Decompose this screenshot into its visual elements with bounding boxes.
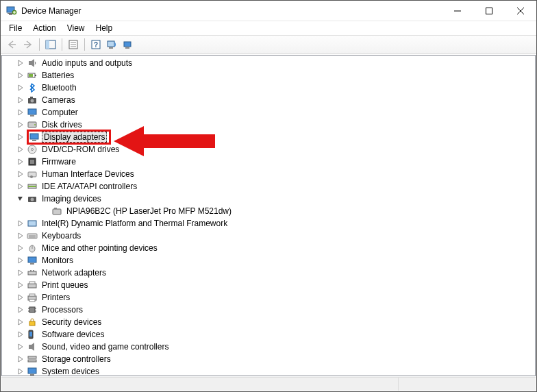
tree-node[interactable]: IDE ATA/ATAPI controllers (2, 180, 535, 193)
tree-node[interactable]: System devices (2, 365, 535, 376)
toolbar-separator (62, 38, 62, 51)
tree-node-label: Keyboards (40, 231, 82, 241)
expand-icon[interactable] (16, 293, 25, 302)
devices-and-printers-button[interactable] (121, 37, 137, 52)
tree-node[interactable]: Human Interface Devices (2, 168, 535, 180)
toolbar-separator (39, 38, 40, 51)
tree-node[interactable]: Intel(R) Dynamic Platform and Thermal Fr… (2, 217, 535, 230)
tree-node[interactable]: Security devices (2, 316, 535, 328)
expand-icon[interactable] (16, 354, 25, 364)
tree-node-label: Software devices (40, 330, 105, 339)
expand-icon[interactable] (16, 305, 25, 315)
expand-icon[interactable] (16, 342, 25, 352)
device-category-icon (27, 280, 38, 291)
svg-rect-27 (28, 109, 36, 114)
scan-hardware-button[interactable] (104, 37, 121, 52)
device-category-icon (27, 70, 38, 81)
expand-icon[interactable] (16, 58, 25, 68)
expand-icon[interactable] (16, 83, 25, 93)
svg-rect-26 (30, 97, 33, 98)
collapse-icon[interactable] (16, 194, 25, 204)
expand-icon[interactable] (16, 145, 25, 154)
tree-node[interactable]: Storage controllers (2, 353, 535, 365)
minimize-button[interactable] (442, 1, 473, 21)
tree-node-label: Audio inputs and outputs (40, 58, 134, 68)
tree-node-label: Batteries (40, 71, 75, 80)
expand-icon[interactable] (16, 256, 25, 265)
device-category-icon (27, 329, 38, 340)
menu-view[interactable]: View (63, 22, 89, 34)
tree-node[interactable]: Imaging devices (2, 193, 535, 205)
expand-icon[interactable] (16, 182, 25, 191)
tree-node[interactable]: Print queues (2, 279, 535, 291)
tree-node-label: Firmware (40, 157, 77, 167)
tree-node-label: IDE ATA/ATAPI controllers (40, 182, 138, 191)
menu-help[interactable]: Help (92, 22, 117, 34)
tree-node[interactable]: Computer (2, 106, 535, 119)
svg-rect-44 (54, 208, 57, 209)
titlebar: Device Manager (1, 1, 536, 21)
tree-node[interactable]: Software devices (2, 328, 535, 341)
expand-icon[interactable] (16, 330, 25, 339)
tree-node[interactable]: Cameras (2, 94, 535, 106)
menu-action[interactable]: Action (29, 22, 60, 34)
content-area: Audio inputs and outputsBatteriesBluetoo… (1, 55, 536, 376)
svg-rect-53 (28, 271, 36, 275)
expand-icon[interactable] (16, 219, 25, 228)
device-tree[interactable]: Audio inputs and outputsBatteriesBluetoo… (2, 56, 535, 376)
close-button[interactable] (505, 1, 536, 21)
tree-node[interactable]: Audio inputs and outputs (2, 57, 535, 69)
tree-node[interactable]: Printers (2, 291, 535, 304)
expand-icon[interactable] (16, 317, 25, 327)
menu-file[interactable]: File (5, 22, 26, 34)
svg-point-34 (32, 149, 34, 151)
expand-icon[interactable] (16, 268, 25, 278)
expand-icon[interactable] (16, 132, 25, 142)
svg-text:?: ? (94, 41, 98, 49)
expand-icon[interactable] (16, 280, 25, 290)
svg-rect-28 (30, 115, 34, 117)
svg-rect-9 (46, 40, 49, 49)
tree-node-label: Cameras (40, 95, 77, 105)
tree-node[interactable]: Monitors (2, 254, 535, 267)
svg-rect-17 (109, 47, 113, 49)
device-category-icon (27, 181, 38, 192)
expand-icon[interactable] (16, 367, 25, 376)
tree-node[interactable]: Sound, video and game controllers (2, 341, 535, 353)
svg-rect-52 (30, 263, 34, 265)
tree-node[interactable]: Firmware (2, 156, 535, 168)
expand-icon[interactable] (16, 95, 25, 105)
tree-node-label: Storage controllers (40, 354, 112, 364)
maximize-button[interactable] (473, 1, 505, 21)
expand-icon[interactable] (16, 157, 25, 167)
show-hide-console-tree-button[interactable] (42, 37, 59, 52)
expand-icon[interactable] (16, 108, 25, 117)
tree-node[interactable]: Display adapters (2, 131, 535, 143)
svg-point-38 (30, 175, 33, 178)
expand-icon[interactable] (16, 243, 25, 253)
device-category-icon (27, 354, 38, 365)
tree-node[interactable]: Processors (2, 304, 535, 316)
back-button[interactable] (3, 37, 20, 52)
tree-node-label: Intel(R) Dynamic Platform and Thermal Fr… (40, 219, 229, 228)
expand-icon[interactable] (16, 231, 25, 241)
tree-node[interactable]: Batteries (2, 69, 535, 82)
svg-rect-20 (29, 61, 32, 65)
tree-node[interactable]: NPIA96B2C (HP LaserJet Pro MFP M521dw) (2, 205, 535, 217)
tree-node[interactable]: Keyboards (2, 230, 535, 242)
status-cell (1, 378, 399, 391)
tree-node-label: Security devices (40, 317, 103, 327)
svg-rect-32 (32, 140, 36, 141)
forward-button[interactable] (20, 37, 36, 52)
tree-node[interactable]: Mice and other pointing devices (2, 242, 535, 254)
svg-rect-56 (28, 284, 36, 288)
tree-node[interactable]: Network adapters (2, 267, 535, 279)
expand-icon[interactable] (16, 120, 25, 130)
help-button[interactable]: ? (88, 37, 104, 52)
expand-icon[interactable] (16, 71, 25, 80)
tree-node[interactable]: Bluetooth (2, 82, 535, 94)
tree-node[interactable]: DVD/CD-ROM drives (2, 143, 535, 156)
expand-icon[interactable] (16, 169, 25, 179)
properties-button[interactable] (65, 37, 82, 52)
device-category-icon (27, 58, 38, 69)
